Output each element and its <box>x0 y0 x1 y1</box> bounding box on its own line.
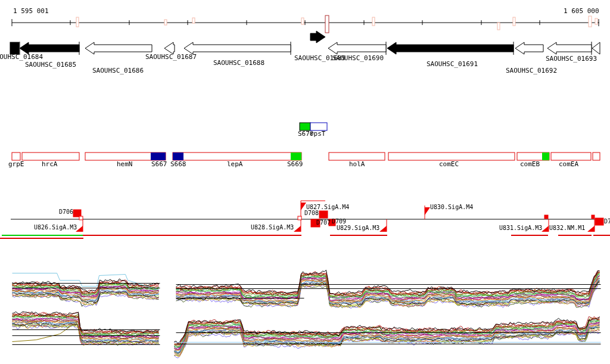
flag-label: U829.SigA.M3 <box>337 225 379 231</box>
site-square[interactable] <box>79 216 83 220</box>
gene-label: SAOUHSC_01687 <box>145 54 197 60</box>
gene-box-fill <box>291 153 301 160</box>
flag-pennant[interactable] <box>379 226 387 232</box>
gene-arrow[interactable] <box>184 42 291 54</box>
gene-box-label: S669 <box>287 161 303 167</box>
site-square[interactable] <box>592 215 595 219</box>
site-box[interactable] <box>319 211 328 218</box>
flag-label: U832.NM.M1 <box>549 225 585 231</box>
site-label: D707 <box>316 220 331 226</box>
gene-arrow[interactable] <box>310 31 325 43</box>
gene-box[interactable] <box>22 153 79 160</box>
gene-box-label: lepA <box>227 161 243 167</box>
gene-arrow[interactable] <box>515 42 543 54</box>
gene-box[interactable] <box>388 153 515 160</box>
flag-pennant[interactable] <box>425 207 430 215</box>
gene-box[interactable] <box>329 153 385 160</box>
gene-box-label: holA <box>349 161 365 167</box>
gene-label: SAOUHSC_01690 <box>332 55 384 61</box>
genome-browser: 1 595 001 1 605 000 SAOUHSC_01684SAOUHSC… <box>0 0 610 364</box>
gene-box[interactable] <box>12 153 20 160</box>
ruler-end-label: 1 605 000 <box>564 8 599 14</box>
flag-label: U831.SigA.M3 <box>499 225 542 231</box>
site-box[interactable] <box>595 218 603 225</box>
gene-box[interactable] <box>593 153 600 160</box>
gene-arrow[interactable] <box>387 42 513 54</box>
gene-box-label: comEC <box>439 161 459 167</box>
site-box[interactable] <box>73 210 81 217</box>
ruler-marker-pale <box>301 18 304 24</box>
gene-arrow[interactable] <box>592 42 600 54</box>
gene-arrow[interactable] <box>164 42 175 54</box>
gene-box-fill <box>151 153 166 160</box>
ruler-marker-pale <box>513 17 515 26</box>
gene-arrow[interactable] <box>85 42 152 54</box>
ruler-marker-pale <box>372 17 375 26</box>
gene-label: SAOUHSC_01684 <box>0 54 43 60</box>
gene-box-label: S668 <box>170 161 186 167</box>
flag-label: U826.SigA.M3 <box>34 225 77 231</box>
gene-label: SAOUHSC_01693 <box>546 55 597 62</box>
flag-pennant[interactable] <box>541 226 549 232</box>
gene-label: SAOUHSC_01691 <box>427 61 478 67</box>
ruler-marker-pale <box>595 18 597 24</box>
utr-label: rpsT <box>310 130 326 137</box>
ruler-marker-pale <box>497 23 500 30</box>
flag-label: U830.SigA.M4 <box>430 204 473 210</box>
ruler-marker-pale <box>164 20 167 25</box>
gene-box-fill <box>173 153 183 160</box>
site-label: D71 <box>604 219 610 225</box>
site-label: D708 <box>304 210 319 216</box>
ruler-start-label: 1 595 001 <box>13 8 49 14</box>
gene-box-label: hrcA <box>42 161 58 167</box>
gene-box[interactable] <box>173 153 301 160</box>
gene-box-label: grpE <box>8 161 24 167</box>
ruler-marker-pale <box>76 17 79 27</box>
gene-box[interactable] <box>551 153 591 160</box>
gene-label: SAOUHSC_01688 <box>213 60 264 66</box>
gene-label: SAOUHSC_01692 <box>506 67 557 74</box>
gene-arrow[interactable] <box>547 42 592 54</box>
gene-box-label: comEA <box>559 161 578 167</box>
ruler-marker-pale <box>192 18 195 23</box>
gene-box-label: hemN <box>117 161 133 167</box>
gene-box-label: comEB <box>520 161 540 167</box>
site-square[interactable] <box>298 216 301 220</box>
gene-arrow[interactable] <box>10 42 19 54</box>
gene-arrow[interactable] <box>328 42 386 54</box>
ruler-marker-red <box>325 15 329 33</box>
site-square[interactable] <box>544 215 548 219</box>
gene-arrow[interactable] <box>20 42 79 54</box>
site-label: D706 <box>59 209 73 215</box>
site-label: D709 <box>332 219 346 225</box>
ruler-marker-pale <box>589 16 592 27</box>
gene-box-label: S667 <box>151 161 167 167</box>
gene-label: SAOUHSC_01685 <box>25 61 76 68</box>
flag-label: U828.SigA.M3 <box>251 225 294 231</box>
flag-pennant[interactable] <box>294 226 301 232</box>
gene-box-fill <box>542 153 549 160</box>
gene-label: SAOUHSC_01686 <box>92 67 144 74</box>
flag-pennant[interactable] <box>587 226 595 232</box>
